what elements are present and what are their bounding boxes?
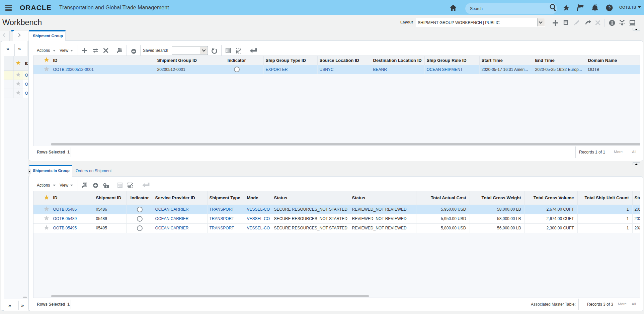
svg-text:?: ? (608, 5, 611, 10)
